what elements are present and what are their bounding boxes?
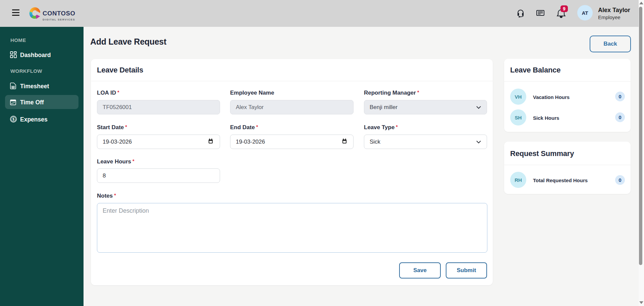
- svg-text:$: $: [12, 117, 14, 121]
